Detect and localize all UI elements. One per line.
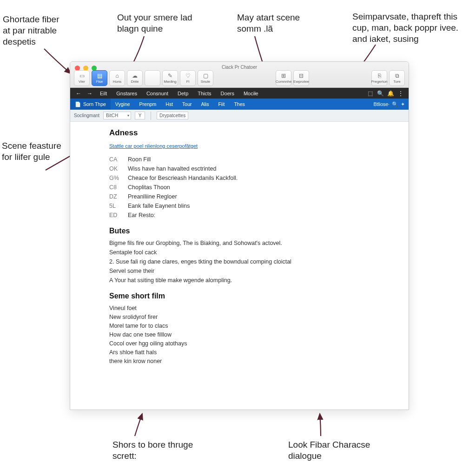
- marking-button[interactable]: ✎Mwdlng: [162, 70, 178, 86]
- tab-prenpm[interactable]: Prenpm: [135, 99, 161, 110]
- tab-search-label: Btliose·: [374, 101, 390, 107]
- tab-tour[interactable]: Tour: [178, 99, 196, 110]
- mac-toolbar: ▭Vier▤Fise⌂Hons☁Dnte✎Mwdlng♡Fl▢Snule⊞Com…: [74, 70, 405, 86]
- list-item-code: G%: [109, 175, 121, 181]
- doc-paragraph: Bigme fils fire our Gropbing, The is Bia…: [109, 240, 398, 246]
- view-button-label: Vier: [79, 79, 85, 84]
- doc-line: New srolidyrof firer: [109, 314, 398, 320]
- app-window: Ciack Pr Chatoer ▭Vier▤Fise⌂Hons☁Dnte✎Mw…: [70, 61, 409, 410]
- list-item: OKWiss have han havalted esctrinted: [109, 165, 398, 172]
- annotation-top-right: Seimparvsate, thapreft this cup, man, ba…: [352, 11, 473, 44]
- list-item-text: Preanlliine Regloer: [128, 193, 177, 200]
- annotation-top-left: Ghortade fiber at par nitrable despetis: [3, 14, 68, 47]
- date-button[interactable]: ☁Dnte: [127, 70, 143, 86]
- smile-button[interactable]: ▢Snule: [198, 70, 213, 86]
- tab-settings-icon[interactable]: ✦: [401, 101, 405, 107]
- overflow-icon[interactable]: ⋮: [396, 90, 406, 97]
- doc-line: How dac one tsee filllow: [109, 331, 398, 338]
- list-item: DZPreanlliine Regloer: [109, 193, 398, 200]
- export-button[interactable]: ⊟Ewprotee: [293, 70, 309, 86]
- doc-line: there kin krow noner: [109, 358, 398, 364]
- list-item-code: CA: [109, 156, 121, 163]
- home-button[interactable]: ⌂Hons: [109, 70, 125, 86]
- doc-paragraph: 2. Suse fali rig dane clares, enges tkti…: [109, 258, 398, 265]
- annotation-bottom-left: Shors to bore thruge scrett:: [112, 439, 215, 462]
- file-button-icon: ▤: [96, 73, 103, 79]
- sp1-icon: [149, 75, 156, 81]
- store-button[interactable]: ⧉Tore: [389, 70, 405, 86]
- list-item: CARoon Fill: [109, 156, 398, 163]
- doc-paragraph: A Your hat ssiting tible make wgende alo…: [109, 277, 398, 284]
- tab-alis[interactable]: Alis: [197, 99, 214, 110]
- list-item-text: Cheace for Bescrieash Handanils Kackfoll…: [128, 175, 238, 181]
- doc-heading-3: Seme short film: [109, 292, 398, 300]
- smile-button-icon: ▢: [202, 73, 209, 79]
- store-button-label: Tore: [393, 79, 401, 84]
- tab-hst[interactable]: Hst: [161, 99, 178, 110]
- list-item: EDEar Resto:: [109, 212, 398, 218]
- document-pane: AdnessStattle car poel nlienlong ceserpo…: [70, 122, 409, 410]
- filter-mini-button[interactable]: Y: [135, 112, 145, 119]
- nav-forward-button[interactable]: →: [84, 90, 95, 97]
- file-button[interactable]: ▤Fise: [92, 70, 107, 86]
- menu-item-consnunt[interactable]: Consnunt: [142, 88, 173, 99]
- filter-row: Soclingmant BitCH Y Drypatcettes: [70, 110, 409, 122]
- doc-line: Vineul foet: [109, 305, 398, 311]
- annotation-left-mid: Scene feasture for liifer gule: [2, 140, 67, 163]
- menu-item-mociłe[interactable]: Mociłe: [239, 88, 263, 99]
- properties-button[interactable]: ⎘Pregerton: [371, 70, 387, 86]
- filter-label: Soclingmant: [74, 113, 99, 118]
- view-button-icon: ▭: [79, 73, 86, 79]
- list-item-code: DZ: [109, 193, 121, 200]
- annotation-top-mid-left: Out your smere lad blagn quine: [117, 12, 196, 34]
- notifications-icon[interactable]: 🔔: [385, 90, 396, 97]
- home-button-icon: ⌂: [114, 73, 121, 79]
- doc-paragraph: Servel some their: [109, 268, 398, 274]
- properties-button-label: Pregerton: [371, 79, 387, 84]
- menu-item-doers[interactable]: Doers: [216, 88, 239, 99]
- find-button-label: Fl: [186, 79, 190, 84]
- search-icon[interactable]: 🔍: [375, 90, 385, 97]
- comment-button-label: Comnnhe: [276, 79, 292, 84]
- filter-select[interactable]: BitCH: [103, 112, 131, 119]
- annotation-top-mid-right: May atart scene somm .lã: [237, 12, 316, 34]
- list-item-text: Wiss have han havalted esctrinted: [128, 165, 216, 172]
- list-item-text: Ear Resto:: [128, 212, 155, 218]
- home-button-label: Hons: [113, 79, 122, 84]
- nav-back-button[interactable]: ←: [73, 90, 84, 97]
- sp1[interactable]: [145, 70, 160, 86]
- date-button-icon: ☁: [132, 73, 139, 79]
- comment-button[interactable]: ⊞Comnnhe: [276, 70, 291, 86]
- find-button[interactable]: ♡Fl: [180, 70, 196, 86]
- menu-item-detp[interactable]: Detp: [173, 88, 193, 99]
- doc-paragraph: Sentaple fool cack: [109, 249, 398, 256]
- tab-search-icon[interactable]: 🔍: [392, 101, 398, 107]
- tab-vygine[interactable]: Vygine: [111, 99, 135, 110]
- properties-button-icon: ⎘: [376, 73, 383, 79]
- window-title: Ciack Pr Chatoer: [222, 65, 257, 70]
- marking-button-icon: ✎: [167, 73, 174, 79]
- tab-thes[interactable]: Thes: [229, 99, 249, 110]
- list-item-code: C8: [109, 184, 121, 191]
- tab-fiit[interactable]: Fiit: [213, 99, 229, 110]
- list-item: G%Cheace for Bescrieash Handanils Kackfo…: [109, 175, 398, 181]
- filter-dropdown[interactable]: Drypatcettes: [157, 112, 188, 119]
- doc-sublink[interactable]: Stattle car poel nlienlong ceserpofâtget: [109, 143, 198, 149]
- menu-item-thicts[interactable]: Thicts: [193, 88, 216, 99]
- menu-item-gnstares[interactable]: Gnstares: [112, 88, 142, 99]
- mac-titlebar: Ciack Pr Chatoer ▭Vier▤Fise⌂Hons☁Dnte✎Mw…: [70, 62, 409, 88]
- list-item-code: ED: [109, 212, 121, 218]
- find-button-icon: ♡: [185, 73, 192, 79]
- list-item-code: OK: [109, 165, 121, 172]
- list-item: C8Choplitas Thoon: [109, 184, 398, 191]
- tab-search-area: Btliose·🔍✦: [374, 101, 409, 107]
- apps-icon[interactable]: ⬚: [365, 90, 375, 97]
- blue-tab-row: 📄Sorn ThpeVyginePrenpmHstTourAlisFiitThe…: [70, 99, 409, 110]
- list-item-text: Choplitas Thoon: [128, 184, 170, 191]
- list-item-text: Roon Fill: [128, 156, 151, 163]
- primary-tab[interactable]: 📄Sorn Thpe: [70, 99, 111, 110]
- smile-button-label: Snule: [201, 79, 210, 84]
- menu-item-eilt[interactable]: Eilt: [95, 88, 112, 99]
- dark-menubar: ←→EiltGnstaresConsnuntDetpThictsDoersMoc…: [70, 88, 409, 99]
- view-button[interactable]: ▭Vier: [74, 70, 90, 86]
